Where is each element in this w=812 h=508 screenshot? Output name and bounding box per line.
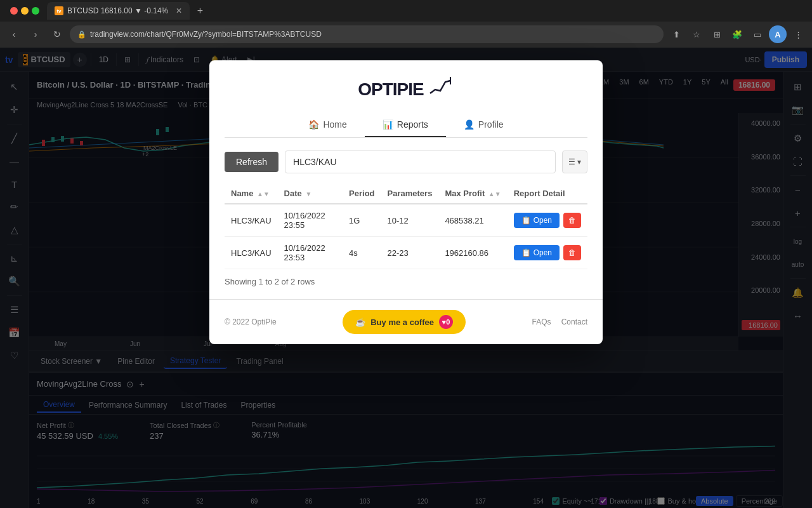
- optipie-logo: OPTIPIE: [358, 76, 454, 103]
- nav-reports[interactable]: 📊 Reports: [365, 113, 446, 137]
- row2-actions: 📋Open 🗑: [508, 237, 587, 269]
- name-sort-icon[interactable]: ▲▼: [257, 190, 270, 197]
- date-sort-icon[interactable]: ▼: [305, 190, 311, 197]
- row1-max-profit: 468538.21: [438, 204, 507, 237]
- row1-period: 1G: [343, 204, 381, 237]
- footer-links: FAQs Contact: [532, 318, 587, 326]
- chrome-menu-icon[interactable]: ⋮: [789, 25, 807, 43]
- open-icon-1: 📋: [521, 216, 531, 225]
- row2-name: HLC3/KAU: [225, 237, 278, 269]
- col-parameters: Parameters: [381, 184, 439, 204]
- modal-footer: © 2022 OptiPie ☕ Buy me a coffee ♥ 0 FAQ…: [209, 299, 603, 344]
- cast-icon[interactable]: ▭: [749, 25, 766, 43]
- optipie-modal: OPTIPIE 🏠 Home 📊 Reports: [209, 60, 603, 344]
- row2-action-cell: 📋Open 🗑: [514, 245, 581, 260]
- active-tab[interactable]: tv BTCUSD 16816.00 ▼ -0.14% ✕: [47, 2, 190, 20]
- tab-title: BTCUSD 16816.00 ▼ -0.14%: [67, 6, 168, 15]
- tab-favicon: tv: [55, 6, 63, 15]
- table-row: HLC3/KAU 10/16/2022 23:55 1G 10-12 46853…: [225, 204, 587, 237]
- traffic-lights: [5, 7, 44, 15]
- address-bar[interactable]: 🔒 tradingview.com/chart/QFr0MvZy/?symbol…: [70, 25, 664, 43]
- table-header: Name ▲▼ Date ▼ Period Parameters Max Pro…: [225, 184, 587, 204]
- col-period: Period: [343, 184, 381, 204]
- maximize-window-button[interactable]: [32, 7, 39, 15]
- minimize-window-button[interactable]: [21, 7, 29, 15]
- reports-icon: 📊: [383, 119, 393, 130]
- results-table: Name ▲▼ Date ▼ Period Parameters Max Pro…: [225, 184, 587, 269]
- user-avatar[interactable]: A: [769, 25, 787, 43]
- new-tab-button[interactable]: +: [192, 3, 207, 18]
- col-name: Name ▲▼: [225, 184, 278, 204]
- row1-name: HLC3/KAU: [225, 204, 278, 237]
- profile-icon: 👤: [464, 119, 475, 130]
- nav-home[interactable]: 🏠 Home: [291, 113, 364, 137]
- browser-nav: ‹ › ↻ 🔒 tradingview.com/chart/QFr0MvZy/?…: [0, 22, 812, 47]
- coffee-icon: ☕: [355, 318, 365, 327]
- table-row: HLC3/KAU 10/16/2022 23:53 4s 22-23 19621…: [225, 237, 587, 269]
- share-icon[interactable]: ⬆: [667, 25, 685, 43]
- tab-bar: tv BTCUSD 16816.00 ▼ -0.14% ✕ +: [0, 0, 812, 22]
- search-row: Refresh ☰ ▾: [225, 150, 587, 173]
- row1-open-button[interactable]: 📋Open: [514, 213, 560, 228]
- row2-period: 4s: [343, 237, 381, 269]
- close-tab-icon[interactable]: ✕: [176, 6, 182, 15]
- row1-action-cell: 📋Open 🗑: [514, 213, 581, 228]
- row1-delete-button[interactable]: 🗑: [563, 213, 581, 228]
- forward-button[interactable]: ›: [27, 25, 44, 43]
- col-report-detail: Report Detail: [508, 184, 587, 204]
- nav-profile[interactable]: 👤 Profile: [446, 113, 521, 137]
- home-icon: 🏠: [308, 119, 319, 130]
- buy-coffee-button[interactable]: ☕ Buy me a coffee ♥ 0: [343, 310, 466, 334]
- contact-link[interactable]: Contact: [561, 318, 587, 326]
- browser-chrome: tv BTCUSD 16816.00 ▼ -0.14% ✕ + ‹ › ↻ 🔒 …: [0, 0, 812, 48]
- col-date: Date ▼: [278, 184, 343, 204]
- open-icon-2: 📋: [521, 248, 531, 257]
- puzzle-icon[interactable]: 🧩: [728, 25, 746, 43]
- profit-sort-icon[interactable]: ▲▼: [488, 190, 501, 197]
- nav-right-icons: ⬆ ☆ ⊞ 🧩 ▭ A ⋮: [667, 25, 807, 43]
- row2-parameters: 22-23: [381, 237, 439, 269]
- reload-button[interactable]: ↻: [48, 25, 66, 43]
- optipie-chart-icon: [429, 76, 454, 103]
- row1-actions: 📋Open 🗑: [508, 204, 587, 237]
- row2-date: 10/16/2022 23:53: [278, 237, 343, 269]
- modal-header: OPTIPIE 🏠 Home 📊 Reports: [209, 60, 603, 138]
- view-options-button[interactable]: ☰ ▾: [562, 150, 587, 173]
- row2-open-button[interactable]: 📋Open: [514, 245, 560, 260]
- close-window-button[interactable]: [10, 7, 18, 15]
- copyright-text: © 2022 OptiPie: [225, 318, 277, 326]
- back-button[interactable]: ‹: [5, 25, 23, 43]
- url-text: tradingview.com/chart/QFr0MvZy/?symbol=B…: [90, 30, 322, 39]
- row2-max-profit: 1962160.86: [438, 237, 507, 269]
- extensions-icon[interactable]: ⊞: [708, 25, 726, 43]
- row2-delete-button[interactable]: 🗑: [563, 245, 581, 260]
- modal-overlay: OPTIPIE 🏠 Home 📊 Reports: [0, 48, 812, 508]
- modal-body: Refresh ☰ ▾ Name ▲▼ Date ▼ Period Parame…: [209, 138, 603, 299]
- refresh-button[interactable]: Refresh: [225, 152, 278, 172]
- table-body: HLC3/KAU 10/16/2022 23:55 1G 10-12 46853…: [225, 204, 587, 269]
- symbol-search-input[interactable]: [285, 150, 556, 173]
- modal-nav: 🏠 Home 📊 Reports 👤 Profile: [225, 113, 587, 138]
- row1-parameters: 10-12: [381, 204, 439, 237]
- dropdown-icon: ☰ ▾: [568, 157, 581, 166]
- col-max-profit: Max Profit ▲▼: [438, 184, 507, 204]
- row1-date: 10/16/2022 23:55: [278, 204, 343, 237]
- heart-badge: ♥ 0: [439, 315, 453, 329]
- faqs-link[interactable]: FAQs: [532, 318, 551, 326]
- bookmark-icon[interactable]: ☆: [688, 25, 705, 43]
- showing-text: Showing 1 to 2 of 2 rows: [225, 277, 587, 286]
